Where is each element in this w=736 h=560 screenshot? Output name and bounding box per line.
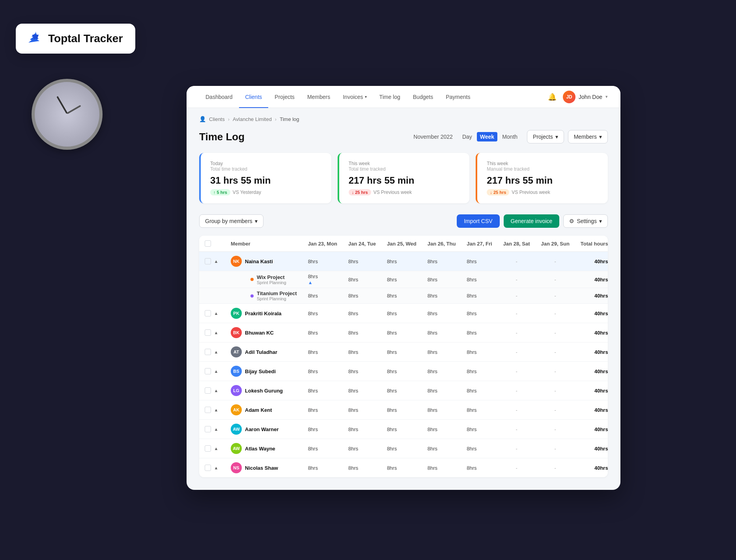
members-chevron-icon: ▾ [599, 134, 602, 140]
row-select-naina[interactable] [205, 258, 211, 264]
view-day[interactable]: Day [459, 132, 475, 141]
proj-naina-0-day2: 8hrs [381, 271, 422, 288]
row-aaron-day3: 8hrs [422, 420, 461, 439]
expand-btn-bijay[interactable]: ▲ [213, 368, 220, 375]
proj-naina-0-day1: 8hrs [343, 271, 381, 288]
col-jan24: Jan 24, Tue [343, 236, 381, 252]
toolbar-right: Import CSV Generate invoice ⚙ Settings ▾ [457, 214, 608, 228]
user-chevron-icon: ▾ [605, 94, 608, 99]
expand-btn-adil[interactable]: ▲ [213, 348, 220, 355]
row-bhuwan-day2: 8hrs [381, 323, 422, 342]
row-aaron-total: 40hrs [575, 420, 608, 439]
stat-manual-footer: ↓ 25 hrs VS Previous week [487, 189, 598, 195]
project-dot-naina-1 [250, 294, 254, 298]
table-row: ▲ NK Naina Kasti 8hrs8hrs8hrs8hrs8hrs--4… [199, 252, 608, 271]
expand-btn-lokesh[interactable]: ▲ [213, 387, 220, 394]
row-adam-day6: - [536, 400, 575, 420]
row-select-atlas[interactable] [205, 445, 211, 452]
row-select-bijay[interactable] [205, 368, 211, 374]
group-chevron-icon: ▾ [255, 218, 258, 224]
row-prakriti-day3: 8hrs [422, 304, 461, 323]
view-week[interactable]: Week [477, 132, 497, 141]
proj-naina-1-day2: 8hrs [381, 288, 422, 304]
content-area: 👤 Clients › Avlanche Limited › Time log … [187, 108, 620, 490]
nav-members[interactable]: Members [301, 86, 336, 108]
breadcrumb-clients[interactable]: Clients [209, 116, 225, 122]
table-container: Member Jan 23, Mon Jan 24, Tue Jan 25, W… [199, 236, 608, 477]
row-member-adam: AK Adam Kent [225, 400, 303, 420]
col-jan29: Jan 29, Sun [536, 236, 575, 252]
row-lokesh-day0: 8hrs [303, 381, 343, 400]
row-checkbox-bijay: ▲ [199, 362, 225, 381]
table-row: ▲ AW Aaron Warner 8hrs8hrs8hrs8hrs8hrs--… [199, 420, 608, 439]
row-naina-total: 40hrs [575, 252, 608, 271]
nav-timelog[interactable]: Time log [373, 86, 407, 108]
import-csv-button[interactable]: Import CSV [457, 214, 499, 228]
nav-projects[interactable]: Projects [268, 86, 301, 108]
breadcrumb-avlanche[interactable]: Avlanche Limited [233, 116, 272, 122]
row-select-aaron[interactable] [205, 426, 211, 432]
proj-naina-1-day1: 8hrs [343, 288, 381, 304]
select-all-checkbox[interactable] [205, 240, 211, 247]
stat-manual-value: 217 hrs 55 min [487, 175, 598, 186]
expand-btn-adam[interactable]: ▲ [213, 406, 220, 413]
row-atlas-day6: - [536, 439, 575, 458]
row-select-prakriti[interactable] [205, 310, 211, 316]
expand-btn-prakriti[interactable]: ▲ [213, 310, 220, 317]
nav-invoices[interactable]: Invoices ▾ [336, 86, 373, 108]
row-bijay-day3: 8hrs [422, 362, 461, 381]
user-name: John Doe [579, 94, 602, 100]
top-nav: Dashboard Clients Projects Members Invoi… [187, 86, 620, 108]
project-sub-naina-0: Sprint Planning [257, 280, 286, 285]
group-by-button[interactable]: Group by members ▾ [199, 214, 263, 228]
row-nicolas-day4: 8hrs [461, 458, 497, 478]
row-naina-day4: 8hrs [461, 252, 497, 271]
row-aaron-day1: 8hrs [343, 420, 381, 439]
nav-dashboard[interactable]: Dashboard [199, 86, 239, 108]
col-jan25: Jan 25, Wed [381, 236, 422, 252]
member-name-aaron: Aaron Warner [245, 426, 278, 432]
nav-payments[interactable]: Payments [439, 86, 476, 108]
stat-today-vs: VS Yesterday [233, 190, 261, 195]
expand-btn-bhuwan[interactable]: ▲ [213, 329, 220, 336]
row-select-lokesh[interactable] [205, 387, 211, 394]
expand-btn-naina[interactable]: ▲ [213, 258, 220, 265]
expand-btn-nicolas[interactable]: ▲ [213, 464, 220, 471]
notification-bell-icon[interactable]: 🔔 [548, 93, 557, 101]
row-checkbox-naina: ▲ [199, 252, 225, 271]
breadcrumb-user-icon: 👤 [199, 116, 206, 122]
row-nicolas-day6: - [536, 458, 575, 478]
row-select-adam[interactable] [205, 407, 211, 413]
proj-naina-0-total: 40hrs [575, 271, 608, 288]
nav-budgets[interactable]: Budgets [407, 86, 439, 108]
expand-btn-aaron[interactable]: ▲ [213, 426, 220, 433]
proj-naina-1-day5: - [498, 288, 536, 304]
member-avatar-prakriti: PK [231, 308, 242, 319]
row-adil-total: 40hrs [575, 342, 608, 362]
row-nicolas-day5: - [498, 458, 536, 478]
row-checkbox-aaron: ▲ [199, 420, 225, 439]
breadcrumb-sep-1: › [228, 116, 230, 122]
row-bhuwan-day6: - [536, 323, 575, 342]
row-prakriti-day2: 8hrs [381, 304, 422, 323]
user-menu[interactable]: JD John Doe ▾ [563, 91, 608, 103]
row-prakriti-day5: - [498, 304, 536, 323]
row-adil-day5: - [498, 342, 536, 362]
row-select-nicolas[interactable] [205, 465, 211, 471]
settings-chevron-icon: ▾ [599, 218, 602, 224]
row-bijay-day1: 8hrs [343, 362, 381, 381]
row-select-adil[interactable] [205, 349, 211, 355]
projects-dropdown[interactable]: Projects ▾ [527, 130, 564, 143]
expand-btn-atlas[interactable]: ▲ [213, 445, 220, 452]
stats-row: TodayTotal time tracked 31 hrs 55 min ↑ … [199, 153, 608, 203]
date-label: November 2022 [413, 134, 453, 140]
settings-button[interactable]: ⚙ Settings ▾ [563, 214, 608, 228]
nav-items: Dashboard Clients Projects Members Invoi… [199, 86, 548, 108]
view-month[interactable]: Month [499, 132, 521, 141]
row-atlas-day4: 8hrs [461, 439, 497, 458]
nav-clients[interactable]: Clients [239, 86, 269, 108]
row-prakriti-total: 40hrs [575, 304, 608, 323]
generate-invoice-button[interactable]: Generate invoice [504, 214, 560, 228]
members-dropdown[interactable]: Members ▾ [568, 130, 608, 143]
row-select-bhuwan[interactable] [205, 329, 211, 336]
